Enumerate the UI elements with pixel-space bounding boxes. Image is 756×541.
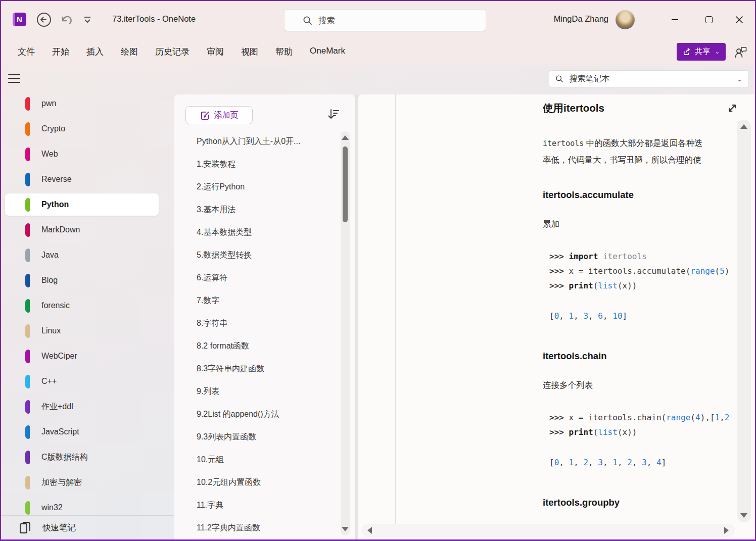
sidebar-item-c++[interactable]: C++ (1, 369, 174, 394)
back-button[interactable] (35, 11, 53, 28)
sidebar-item-javascript[interactable]: JavaScript (1, 419, 174, 445)
menu-item[interactable]: 历史记录 (155, 46, 190, 58)
page-list-item[interactable]: 7.数字 (174, 289, 340, 312)
chevron-down-icon[interactable]: ⌄ (737, 75, 742, 83)
section-label: Linux (41, 326, 61, 335)
page-list-item[interactable]: 4.基本数据类型 (174, 221, 340, 244)
sidebar-item-webciper[interactable]: WebCiper (1, 343, 174, 369)
sidebar-item-加密与解密[interactable]: 加密与解密 (1, 470, 174, 495)
page-list-item[interactable]: 1.安装教程 (174, 153, 340, 176)
panel-divider[interactable] (355, 94, 358, 539)
page-list-item[interactable]: 11.2字典内置函数 (174, 517, 340, 539)
content-sections: itertools.accumulate累加>>> import itertoo… (543, 189, 737, 508)
section-color-bar (25, 198, 30, 212)
scroll-up-arrow-icon[interactable] (740, 124, 747, 129)
page-list: Python从入门到入土-从0开...1.安装教程2.运行Python3.基本用… (174, 130, 340, 539)
page-list-item[interactable]: 3.基本用法 (174, 199, 340, 221)
undo-icon (59, 12, 74, 27)
menu-item[interactable]: 开始 (52, 46, 69, 58)
section-label: C++ (41, 377, 57, 386)
fullscreen-expand-button[interactable] (727, 103, 738, 114)
sidebar-item-markdown[interactable]: MarkDown (1, 217, 174, 242)
page-list-item[interactable]: Python从入门到入土-从0开... (174, 130, 340, 153)
sidebar-item-pwn[interactable]: pwn (1, 91, 174, 116)
sidebar-item-python[interactable]: Python (1, 192, 174, 217)
sidebar-item-forensic[interactable]: forensic (1, 293, 174, 318)
page-list-item[interactable]: 11.字典 (174, 494, 340, 517)
search-icon (555, 74, 563, 83)
chevron-down-icon: ⌄ (715, 48, 720, 55)
titlebar-search-input[interactable] (317, 15, 479, 26)
code-block: >>> import itertools>>> x = itertools.ac… (543, 249, 737, 293)
account-name[interactable]: MingDa Zhang (554, 14, 608, 24)
scroll-left-arrow-icon[interactable] (367, 527, 372, 534)
menu-item[interactable]: 绘图 (121, 46, 138, 58)
sidebar-item-作业+ddl[interactable]: 作业+ddl (1, 394, 174, 419)
page-content-panel[interactable]: 使用itertools itertools 中的函数大部分都是返回各种迭 率低，… (358, 94, 755, 539)
onenote-app-icon[interactable]: N (13, 13, 26, 26)
scroll-down-arrow-icon[interactable] (342, 527, 349, 531)
page-list-item[interactable]: 8.字符串 (174, 312, 340, 335)
customize-toolbar-button[interactable] (81, 11, 94, 28)
notebook-search-box[interactable]: ⌄ (549, 70, 749, 87)
maximize-button[interactable] (697, 8, 721, 31)
sidebar-item-reverse[interactable]: Reverse (1, 167, 174, 192)
sort-pages-button[interactable] (327, 108, 340, 121)
pages-scrollbar[interactable] (341, 131, 350, 535)
share-button[interactable]: 共享 ⌄ (677, 43, 726, 61)
section-label: Blog (41, 276, 58, 285)
sidebar-item-linux[interactable]: Linux (1, 318, 174, 343)
code-output-line: [0, 1, 2, 3, 1, 2, 3, 4] (543, 455, 737, 470)
notebook-search-input[interactable] (569, 74, 734, 84)
inline-code: itertools (543, 139, 584, 148)
sidebar-item-web[interactable]: Web (1, 141, 174, 167)
intro-paragraph: itertools 中的函数大部分都是返回各种迭 率低，代码量大，书写丑陋，所以… (543, 135, 737, 168)
undo-button[interactable] (58, 11, 75, 28)
feedback-person-icon[interactable] (734, 45, 748, 59)
menu-item[interactable]: 插入 (86, 46, 104, 58)
page-list-item[interactable]: 9.列表 (174, 380, 340, 403)
section-color-bar (25, 375, 30, 388)
titlebar-search-box[interactable] (284, 9, 486, 31)
page-list-item[interactable]: 10.元组 (174, 449, 340, 471)
section-label: Crypto (41, 124, 65, 133)
add-page-button[interactable]: 添加页 (185, 106, 253, 124)
content-vertical-scrollbar[interactable] (737, 120, 751, 522)
quick-notes-icon (19, 521, 31, 534)
page-list-item[interactable]: 9.3列表内置函数 (174, 426, 340, 449)
section-label: 加密与解密 (41, 477, 82, 488)
menu-item[interactable]: 帮助 (275, 46, 293, 58)
quick-notes-button[interactable]: 快速笔记 (1, 515, 174, 539)
section-color-bar (25, 476, 30, 489)
quick-notes-label: 快速笔记 (42, 522, 76, 533)
page-list-item[interactable]: 8.2 format函数 (174, 335, 340, 358)
section-color-bar (25, 350, 30, 363)
minimize-button[interactable] (663, 8, 686, 31)
close-button[interactable] (728, 8, 751, 31)
menu-item[interactable]: 文件 (18, 46, 35, 58)
sidebar-item-c版数据结构[interactable]: C版数据结构 (1, 445, 174, 470)
pages-scrollbar-thumb[interactable] (343, 146, 348, 222)
menu-item[interactable]: OneMark (310, 46, 345, 58)
ribbon-menu-bar: 文件开始插入绘图历史记录审阅视图帮助OneMark 共享 ⌄ (1, 39, 755, 65)
page-canvas[interactable]: 使用itertools itertools 中的函数大部分都是返回各种迭 率低，… (543, 94, 737, 539)
menu-item[interactable]: 视图 (241, 46, 258, 58)
menu-item[interactable]: 审阅 (207, 46, 224, 58)
scroll-right-arrow-icon[interactable] (724, 527, 729, 534)
page-list-item[interactable]: 10.2元组内置函数 (174, 471, 340, 494)
navigation-hamburger-button[interactable] (8, 74, 20, 83)
page-list-item[interactable]: 2.运行Python (174, 176, 340, 199)
section-description: 累加 (543, 219, 737, 230)
page-list-item[interactable]: 5.数据类型转换 (174, 244, 340, 267)
account-avatar[interactable] (616, 10, 635, 29)
page-list-item[interactable]: 8.3字符串内建函数 (174, 358, 340, 380)
sidebar-item-java[interactable]: Java (1, 242, 174, 268)
content-horizontal-scrollbar[interactable] (361, 524, 735, 537)
sidebar-item-crypto[interactable]: Crypto (1, 116, 174, 141)
scroll-down-arrow-icon[interactable] (740, 513, 747, 518)
page-list-item[interactable]: 9.2List 的append()方法 (174, 403, 340, 426)
scroll-up-arrow-icon[interactable] (342, 135, 349, 140)
page-list-item[interactable]: 6.运算符 (174, 267, 340, 289)
sidebar-item-blog[interactable]: Blog (1, 268, 174, 293)
sidebar-section-list: pwnCryptoWebReversePythonMarkDownJavaBlo… (1, 91, 174, 520)
